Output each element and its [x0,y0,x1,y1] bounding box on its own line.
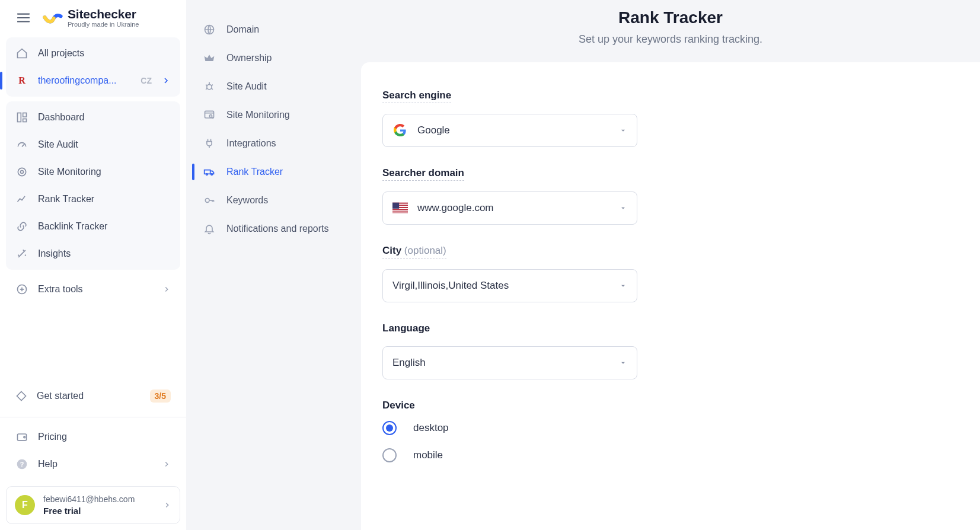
chevron-right-icon [163,501,171,509]
sidebar-item-rank-tracker[interactable]: Rank Tracker [6,186,180,213]
truck-icon [203,165,216,178]
sidebar-label: Backlink Tracker [38,221,107,232]
globe-icon [203,23,216,36]
project-icon: R [15,74,28,87]
svg-line-22 [211,88,213,90]
svg-line-19 [206,85,208,87]
bell-icon [203,222,216,235]
user-account-card[interactable]: F febewi6411@hbehs.com Free trial [6,486,180,524]
sidebar-item-backlink-tracker[interactable]: Backlink Tracker [6,213,180,240]
progress-badge: 3/5 [150,389,171,403]
label-language: Language [382,323,430,336]
sidebar-label: Rank Tracker [38,194,94,205]
link-icon [15,220,28,233]
key-icon [203,194,216,207]
svg-point-17 [207,85,212,90]
sidebar-item-pricing[interactable]: Pricing [6,423,180,451]
diamond-icon [15,389,27,403]
svg-rect-39 [392,212,408,213]
primary-sidebar: Sitechecker Proudly made in Ukraine All … [0,0,186,530]
select-search-engine[interactable]: Google [382,114,637,147]
sidebar-item-extra-tools[interactable]: Extra tools [6,276,180,303]
sidebar-item-project[interactable]: R theroofingcompa... CZ [6,67,180,94]
subnav-item-site-audit[interactable]: Site Audit [192,72,355,101]
subnav-item-notifications[interactable]: Notifications and reports [192,215,355,243]
sidebar-label: Insights [38,248,71,259]
magic-icon [15,247,28,260]
subnav-item-rank-tracker[interactable]: Rank Tracker [192,158,355,186]
sidebar-label: Dashboard [38,112,84,123]
sidebar-item-dashboard[interactable]: Dashboard [6,104,180,131]
select-value: Virgil,Illinois,United States [392,280,609,292]
chevron-down-icon [619,126,627,135]
svg-rect-3 [18,113,21,122]
select-value: www.google.com [417,202,609,214]
select-language[interactable]: English [382,346,637,379]
select-searcher-domain[interactable]: www.google.com [382,191,637,225]
page-title: Rank Tracker [373,8,968,27]
label-device: Device [382,400,415,413]
sidebar-label: Site Monitoring [38,167,101,177]
target-icon [15,165,28,178]
radio-icon [382,448,397,462]
project-name: theroofingcompa... [38,75,131,86]
gauge-icon [15,138,28,151]
sidebar-label: Get started [37,391,84,401]
subnav-item-keywords[interactable]: Keywords [192,186,355,215]
sidebar-item-all-projects[interactable]: All projects [6,40,180,67]
main-content: Rank Tracker Set up your keywords rankin… [361,0,980,530]
subnav-label: Site Audit [226,81,267,92]
subnav-item-integrations[interactable]: Integrations [192,129,355,158]
sidebar-item-help[interactable]: ? Help [6,451,180,478]
label-searcher-domain: Searcher domain [382,167,464,181]
help-icon: ? [15,458,28,471]
label-city: City (optional) [382,245,446,258]
select-city[interactable]: Virgil,Illinois,United States [382,269,637,302]
subnav-label: Rank Tracker [226,167,283,177]
project-tag: CZ [141,76,152,85]
dashboard-icon [15,111,28,124]
wallet-icon [15,430,28,443]
chevron-down-icon [619,204,627,212]
brand-title: Sitechecker [68,7,139,21]
chevron-down-icon [619,359,627,367]
logo-mark-icon [43,9,63,26]
plus-circle-icon [15,283,28,296]
svg-point-13 [24,436,25,438]
radio-icon [382,421,397,435]
subnav-label: Site Monitoring [226,110,290,120]
subnav-label: Integrations [226,138,276,149]
brand-tagline: Proudly made in Ukraine [68,21,139,28]
sidebar-label: Help [38,459,153,470]
svg-point-30 [205,199,209,203]
subnav-item-site-monitoring[interactable]: Site Monitoring [192,101,355,129]
brand-logo[interactable]: Sitechecker Proudly made in Ukraine [43,7,139,28]
sidebar-label: All projects [38,48,84,59]
sidebar-label: Site Audit [38,139,78,150]
subnav-item-domain[interactable]: Domain [192,15,355,44]
svg-line-20 [211,85,213,87]
subnav-label: Domain [226,24,259,35]
browser-search-icon [203,108,216,122]
sidebar-item-site-audit[interactable]: Site Audit [6,131,180,158]
svg-rect-5 [23,119,27,122]
chevron-right-icon [161,76,171,85]
svg-line-21 [206,88,208,90]
user-email: febewi6411@hbehs.com [43,494,155,505]
sidebar-item-site-monitoring[interactable]: Site Monitoring [6,158,180,186]
radio-device-mobile[interactable]: mobile [382,448,637,462]
subnav-item-ownership[interactable]: Ownership [192,44,355,72]
select-value: English [392,357,609,369]
radio-device-desktop[interactable]: desktop [382,421,637,435]
sidebar-item-get-started[interactable]: Get started 3/5 [6,382,180,410]
sidebar-item-insights[interactable]: Insights [6,240,180,267]
user-plan: Free trial [43,505,155,517]
sidebar-label: Extra tools [38,284,153,295]
radio-label: desktop [413,422,449,434]
select-value: Google [417,124,609,136]
chevron-down-icon [619,282,627,290]
menu-toggle-button[interactable] [15,9,32,26]
sidebar-label: Pricing [38,432,67,442]
plug-icon [203,137,216,150]
svg-point-8 [21,171,24,174]
